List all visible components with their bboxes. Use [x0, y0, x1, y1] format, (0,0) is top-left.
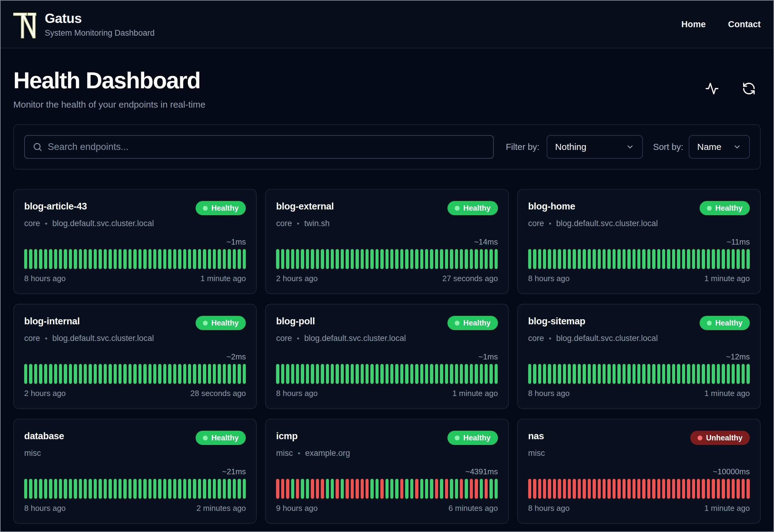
status-bar[interactable] — [440, 479, 443, 499]
status-bar[interactable] — [538, 479, 541, 499]
status-bar[interactable] — [351, 249, 354, 269]
status-bar[interactable] — [84, 479, 87, 499]
search-input[interactable] — [48, 141, 485, 152]
status-bar[interactable] — [568, 479, 571, 499]
status-bar[interactable] — [213, 479, 216, 499]
status-bar[interactable] — [692, 364, 695, 384]
status-bar[interactable] — [198, 364, 201, 384]
status-bar[interactable] — [470, 249, 473, 269]
status-bar[interactable] — [623, 249, 626, 269]
status-bar[interactable] — [208, 479, 211, 499]
status-bar[interactable] — [489, 479, 493, 499]
status-bar[interactable] — [326, 249, 329, 269]
status-bar[interactable] — [223, 479, 226, 499]
status-bar[interactable] — [633, 364, 636, 384]
status-bar[interactable] — [495, 364, 498, 384]
status-bar[interactable] — [366, 249, 369, 269]
endpoint-card[interactable]: blog-article-43 Healthy core • blog.defa… — [13, 189, 257, 294]
status-bar[interactable] — [331, 479, 334, 499]
status-bar[interactable] — [480, 249, 483, 269]
status-bar[interactable] — [243, 364, 246, 384]
status-bar[interactable] — [480, 479, 483, 499]
status-bar[interactable] — [697, 479, 700, 499]
endpoint-card[interactable]: database Healthy misc ~21ms 8 hours ago … — [13, 419, 257, 524]
status-bar[interactable] — [598, 479, 601, 499]
status-bar[interactable] — [24, 479, 27, 499]
status-bar[interactable] — [346, 479, 349, 499]
status-bar[interactable] — [243, 249, 246, 269]
status-bar[interactable] — [395, 479, 398, 499]
status-bar[interactable] — [465, 364, 468, 384]
status-bar[interactable] — [89, 479, 92, 499]
status-bar[interactable] — [99, 249, 102, 269]
status-bar[interactable] — [465, 249, 468, 269]
status-bar[interactable] — [74, 249, 77, 269]
status-bar[interactable] — [178, 479, 181, 499]
status-bar[interactable] — [390, 364, 393, 384]
status-bar[interactable] — [732, 249, 735, 269]
status-bar[interactable] — [682, 249, 685, 269]
status-bar[interactable] — [39, 249, 42, 269]
status-bar[interactable] — [578, 364, 581, 384]
status-bar[interactable] — [104, 249, 107, 269]
status-bar[interactable] — [153, 249, 156, 269]
status-bar[interactable] — [213, 364, 216, 384]
status-bar[interactable] — [450, 364, 453, 384]
status-bar[interactable] — [361, 479, 364, 499]
status-bar[interactable] — [39, 364, 42, 384]
status-bar[interactable] — [588, 364, 591, 384]
status-bar[interactable] — [460, 364, 463, 384]
status-bar[interactable] — [712, 479, 715, 499]
status-bar[interactable] — [627, 364, 630, 384]
status-bar[interactable] — [44, 249, 47, 269]
status-bar[interactable] — [49, 249, 52, 269]
status-bar[interactable] — [218, 364, 221, 384]
status-bar[interactable] — [89, 249, 92, 269]
status-bar[interactable] — [351, 364, 354, 384]
status-bar[interactable] — [677, 479, 680, 499]
status-bar[interactable] — [533, 479, 536, 499]
status-bar[interactable] — [489, 249, 493, 269]
status-bar[interactable] — [69, 249, 72, 269]
status-bar[interactable] — [54, 364, 57, 384]
status-bar[interactable] — [707, 479, 710, 499]
activity-icon[interactable] — [705, 82, 719, 96]
status-bar[interactable] — [380, 479, 383, 499]
status-bar[interactable] — [727, 249, 730, 269]
status-bar[interactable] — [445, 479, 448, 499]
status-bar[interactable] — [578, 249, 581, 269]
status-bar[interactable] — [168, 479, 171, 499]
status-bar[interactable] — [435, 364, 438, 384]
status-bar[interactable] — [94, 249, 97, 269]
status-bar[interactable] — [223, 364, 226, 384]
status-bar[interactable] — [331, 364, 334, 384]
status-bar[interactable] — [370, 249, 373, 269]
status-bar[interactable] — [153, 479, 156, 499]
status-bar[interactable] — [128, 249, 132, 269]
status-bar[interactable] — [138, 249, 141, 269]
status-bar[interactable] — [400, 249, 403, 269]
status-bar[interactable] — [470, 364, 473, 384]
status-bar[interactable] — [573, 249, 576, 269]
status-bar[interactable] — [213, 249, 216, 269]
status-bar[interactable] — [410, 479, 413, 499]
status-bar[interactable] — [233, 249, 236, 269]
status-bar[interactable] — [94, 479, 97, 499]
status-bar[interactable] — [376, 249, 379, 269]
endpoint-card[interactable]: nas Unhealthy misc ~10000ms 8 hours ago … — [517, 419, 761, 524]
status-bar[interactable] — [143, 249, 146, 269]
status-bar[interactable] — [119, 479, 122, 499]
status-bar[interactable] — [128, 364, 132, 384]
status-bar[interactable] — [233, 479, 236, 499]
status-bar[interactable] — [455, 364, 458, 384]
status-bar[interactable] — [119, 364, 122, 384]
status-bar[interactable] — [311, 364, 314, 384]
status-bar[interactable] — [64, 249, 67, 269]
status-bar[interactable] — [291, 364, 294, 384]
status-bar[interactable] — [707, 364, 710, 384]
status-bar[interactable] — [321, 249, 324, 269]
status-bar[interactable] — [198, 249, 201, 269]
status-bar[interactable] — [311, 249, 314, 269]
status-bar[interactable] — [138, 479, 141, 499]
status-bar[interactable] — [415, 479, 418, 499]
